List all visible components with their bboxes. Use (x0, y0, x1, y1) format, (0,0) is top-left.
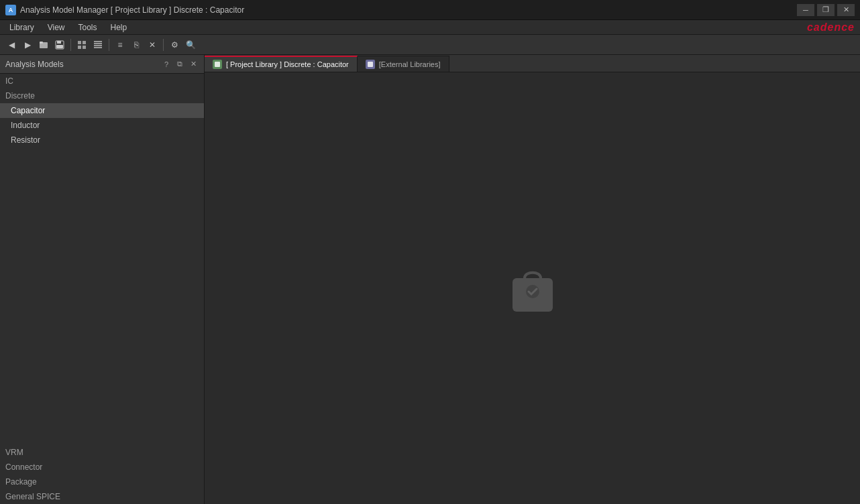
delete-button[interactable]: ✕ (145, 38, 160, 52)
sidebar-close-button[interactable]: ✕ (188, 59, 199, 70)
search-button[interactable]: 🔍 (183, 38, 198, 52)
content-area: [ Project Library ] Discrete : Capacitor… (205, 55, 860, 504)
sidebar-item-resistor[interactable]: Resistor (0, 133, 204, 147)
sidebar-item-discrete[interactable]: Discrete (0, 88, 204, 103)
forward-button[interactable]: ▶ (20, 38, 35, 52)
sidebar-item-inductor[interactable]: Inductor (0, 118, 204, 133)
svg-rect-13 (215, 62, 220, 67)
list-button[interactable]: ≡ (113, 38, 127, 52)
sidebar-help-button[interactable]: ? (161, 59, 172, 70)
content-panel (205, 72, 860, 504)
tabs-bar: [ Project Library ] Discrete : Capacitor… (205, 55, 860, 72)
close-button[interactable]: ✕ (837, 4, 855, 16)
tab-external-label: [External Libraries] (379, 60, 441, 68)
title-bar: A Analysis Model Manager [ Project Libra… (0, 0, 860, 20)
grid-view-button[interactable] (74, 38, 89, 52)
sidebar-content: IC Discrete Capacitor Inductor Resistor … (0, 74, 204, 504)
tab-project-library[interactable]: [ Project Library ] Discrete : Capacitor (205, 56, 358, 72)
sidebar-header: Analysis Models ? ⧉ ✕ (0, 55, 204, 74)
sidebar-item-connector[interactable]: Connector (0, 460, 204, 475)
svg-rect-4 (56, 45, 63, 48)
toolbar-sep-2 (109, 39, 109, 51)
watermark-icon (506, 261, 559, 315)
sidebar-title: Analysis Models (5, 60, 64, 69)
sidebar-item-capacitor[interactable]: Capacitor (0, 103, 204, 118)
minimize-button[interactable]: ─ (797, 4, 814, 16)
tab-external-libraries[interactable]: [External Libraries] (358, 56, 449, 72)
sidebar-float-button[interactable]: ⧉ (174, 59, 185, 70)
svg-rect-10 (94, 43, 102, 44)
sidebar-item-general-spice[interactable]: General SPICE (0, 489, 204, 504)
tab-project-icon (213, 60, 222, 69)
settings-button[interactable]: ⚙ (167, 38, 182, 52)
svg-rect-7 (78, 46, 81, 49)
svg-rect-14 (368, 62, 373, 67)
svg-rect-12 (94, 47, 102, 48)
window-controls: ─ ❐ ✕ (797, 4, 855, 16)
svg-rect-3 (57, 41, 61, 44)
export-button[interactable]: ⎘ (129, 38, 144, 52)
app-icon: A (5, 5, 16, 15)
sidebar-item-package[interactable]: Package (0, 475, 204, 489)
menu-view[interactable]: View (41, 21, 72, 34)
toolbar: ◀ ▶ ≡ ⎘ ✕ ⚙ 🔍 (0, 35, 860, 55)
svg-rect-8 (83, 46, 86, 49)
toolbar-sep-1 (70, 39, 71, 51)
menu-bar: Library View Tools Help cadence (0, 20, 860, 35)
table-view-button[interactable] (91, 38, 105, 52)
tab-external-icon (366, 60, 375, 69)
menu-tools[interactable]: Tools (71, 21, 103, 34)
menu-library[interactable]: Library (3, 21, 41, 34)
menu-help[interactable]: Help (104, 21, 134, 34)
sidebar-item-vrm[interactable]: VRM (0, 445, 204, 460)
svg-rect-1 (40, 42, 43, 44)
svg-rect-6 (83, 41, 86, 44)
empty-state (506, 261, 559, 315)
toolbar-sep-3 (163, 39, 164, 51)
back-button[interactable]: ◀ (4, 38, 19, 52)
save-button[interactable] (52, 38, 67, 52)
restore-button[interactable]: ❐ (817, 4, 835, 16)
sidebar: Analysis Models ? ⧉ ✕ IC Discrete Capaci… (0, 55, 205, 504)
cadence-logo: cadence (807, 21, 855, 34)
window-title: Analysis Model Manager [ Project Library… (20, 5, 797, 15)
open-button[interactable] (36, 38, 51, 52)
app-icon-letter: A (9, 7, 13, 13)
svg-rect-9 (94, 41, 102, 42)
svg-rect-5 (78, 41, 81, 44)
tab-project-label: [ Project Library ] Discrete : Capacitor (226, 60, 349, 68)
sidebar-header-controls: ? ⧉ ✕ (161, 59, 199, 70)
svg-rect-11 (94, 45, 102, 46)
sidebar-item-ic[interactable]: IC (0, 74, 204, 88)
main-area: Analysis Models ? ⧉ ✕ IC Discrete Capaci… (0, 55, 860, 504)
